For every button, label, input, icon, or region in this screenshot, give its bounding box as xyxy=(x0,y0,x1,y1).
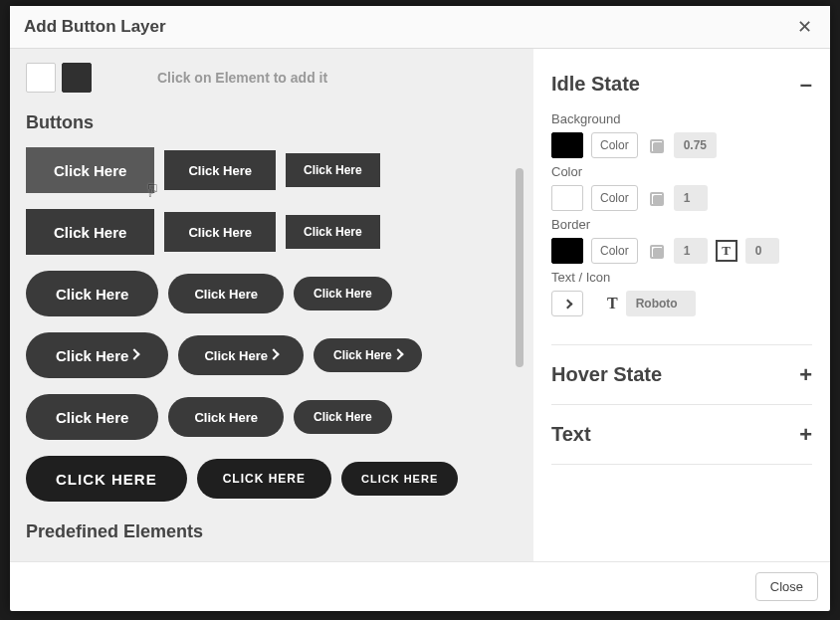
divider xyxy=(551,464,812,465)
hover-state-title: Hover State xyxy=(551,363,662,386)
idle-state-header[interactable]: Idle State – xyxy=(551,63,812,105)
background-label: Background xyxy=(551,111,812,126)
dialog-title: Add Button Layer xyxy=(24,17,166,37)
text-section-header[interactable]: Text + xyxy=(551,413,812,456)
footer-close-button[interactable]: Close xyxy=(755,572,818,601)
button-pill-upper-small[interactable]: CLICK HERE xyxy=(341,462,458,496)
button-square-medium[interactable]: Click Here xyxy=(164,212,276,252)
texticon-label: Text / Icon xyxy=(551,270,812,285)
button-square-medium[interactable]: Click Here xyxy=(164,150,276,190)
button-square-small[interactable]: Click Here xyxy=(286,215,380,249)
border-color-swatch[interactable] xyxy=(551,238,583,264)
background-color-swatch[interactable] xyxy=(551,132,583,158)
button-square-large[interactable]: Click Here xyxy=(26,147,154,193)
hover-state-expand-icon: + xyxy=(799,364,812,386)
texticon-row: T Roboto xyxy=(551,291,812,316)
icon-preview-box[interactable] xyxy=(551,291,583,316)
button-pill-medium[interactable]: Click Here xyxy=(168,397,284,437)
button-row-pill-2: Click Here Click Here Click Here xyxy=(26,394,533,440)
button-pill-large[interactable]: Click Here xyxy=(26,271,158,316)
idle-state-body: Background Color 0.75 Color Color 1 Bord… xyxy=(551,111,812,336)
dialog-header: Add Button Layer ✕ xyxy=(10,6,830,49)
text-style-icon[interactable]: T xyxy=(607,295,618,312)
text-color-button[interactable]: Color xyxy=(591,185,638,211)
text-color-swatch[interactable] xyxy=(551,185,583,211)
eyedropper-icon[interactable] xyxy=(646,188,666,208)
add-button-layer-dialog: Add Button Layer ✕ Click on Element to a… xyxy=(10,6,830,611)
button-pill-small[interactable]: Click Here xyxy=(294,400,392,434)
eyedropper-icon[interactable] xyxy=(646,135,666,155)
elements-panel: Click on Element to add it Buttons Click… xyxy=(10,49,533,561)
button-pill-chevron-medium[interactable]: Click Here xyxy=(178,335,304,375)
hint-text: Click on Element to add it xyxy=(157,70,327,86)
border-width-field[interactable]: 0 xyxy=(745,238,779,264)
button-row-pill-chevron: Click Here Click Here Click Here xyxy=(26,332,533,378)
text-section-expand-icon: + xyxy=(799,424,812,446)
color-row: Color 1 xyxy=(551,185,812,211)
font-family-field[interactable]: Roboto xyxy=(626,291,696,316)
border-opacity-field[interactable]: 1 xyxy=(674,238,708,264)
background-row: Color 0.75 xyxy=(551,132,812,158)
text-section-title: Text xyxy=(551,423,591,446)
dialog-close-button[interactable]: ✕ xyxy=(791,12,818,42)
button-row-pill: Click Here Click Here Click Here xyxy=(26,271,533,316)
button-pill-medium[interactable]: Click Here xyxy=(168,274,284,313)
text-color-opacity-field[interactable]: 1 xyxy=(674,185,708,211)
divider xyxy=(551,404,812,405)
button-pill-upper-large[interactable]: CLICK HERE xyxy=(26,456,187,502)
button-row-pill-upper: CLICK HERE CLICK HERE CLICK HERE xyxy=(26,456,533,502)
idle-state-collapse-icon: – xyxy=(800,74,812,96)
eyedropper-icon[interactable] xyxy=(646,241,666,261)
border-color-button[interactable]: Color xyxy=(591,238,638,264)
properties-panel: Idle State – Background Color 0.75 Color… xyxy=(533,49,830,561)
predefined-heading: Predefined Elements xyxy=(26,521,533,542)
dialog-footer: Close xyxy=(10,561,830,611)
button-pill-upper-medium[interactable]: CLICK HERE xyxy=(197,459,331,499)
border-style-button[interactable]: T xyxy=(716,240,737,262)
divider xyxy=(551,344,812,345)
button-pill-chevron-small[interactable]: Click Here xyxy=(314,338,422,372)
hover-state-header[interactable]: Hover State + xyxy=(551,353,812,396)
button-square-large[interactable]: Click Here xyxy=(26,209,154,255)
chevron-right-icon xyxy=(562,299,572,309)
background-color-button[interactable]: Color xyxy=(591,132,638,158)
button-row-square: Click Here Click Here Click Here xyxy=(26,147,533,193)
button-row-square-2: Click Here Click Here Click Here xyxy=(26,209,533,255)
border-row: Color 1 T 0 xyxy=(551,238,812,264)
button-pill-large[interactable]: Click Here xyxy=(26,394,158,440)
button-pill-small[interactable]: Click Here xyxy=(294,277,392,310)
buttons-heading: Buttons xyxy=(26,112,533,133)
color-label: Color xyxy=(551,164,812,179)
scrollbar-thumb[interactable] xyxy=(516,168,524,367)
idle-state-title: Idle State xyxy=(551,73,640,96)
theme-swatch-row: Click on Element to add it xyxy=(26,63,533,93)
button-pill-chevron-large[interactable]: Click Here xyxy=(26,332,168,378)
theme-swatch-light[interactable] xyxy=(26,63,56,93)
theme-swatch-dark[interactable] xyxy=(62,63,92,93)
background-opacity-field[interactable]: 0.75 xyxy=(674,132,717,158)
border-label: Border xyxy=(551,217,812,232)
button-square-small[interactable]: Click Here xyxy=(286,153,380,187)
dialog-body: Click on Element to add it Buttons Click… xyxy=(10,49,830,561)
